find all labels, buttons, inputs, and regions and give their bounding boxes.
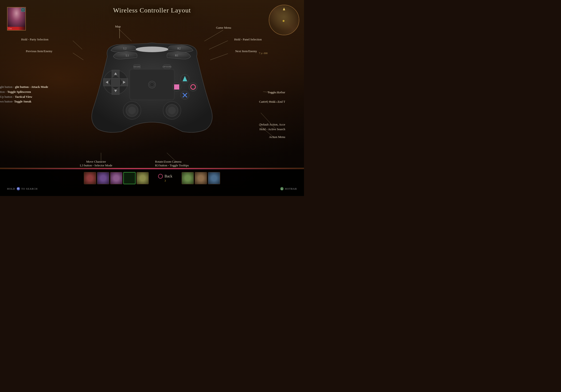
character-portrait: Gus R: [7, 7, 26, 31]
svg-point-26: [189, 83, 197, 91]
right-btn-label: ght button - ght button - Attack Mode: [0, 85, 48, 89]
default-action-label: Default Action, Acce Hold - Active Searc…: [259, 122, 285, 131]
hotbar-slot-8[interactable]: [208, 172, 220, 184]
hotbar-slot-2[interactable]: [97, 172, 109, 184]
map-line: [119, 29, 120, 38]
svg-rect-25: [174, 84, 179, 89]
hold-search-area: HOLD ✕ TO SEARCH: [7, 187, 38, 190]
hold-panel-label: Hold - Panel Selection: [234, 38, 262, 41]
game-menu-label: Game Menu: [216, 26, 231, 30]
hotbar-slot-1[interactable]: [84, 172, 96, 184]
down-btn-label: wn button- Toggle Sneak: [0, 99, 48, 104]
hold-party-label: Hold - Party Selection: [21, 38, 48, 41]
svg-point-18: [128, 107, 136, 114]
svg-text:L1: L1: [126, 54, 129, 57]
back-label: Back: [165, 174, 173, 178]
dpad-labels: ght button - ght button - Attack Mode tt…: [0, 85, 48, 104]
hotbar-slot-4[interactable]: [123, 172, 136, 184]
portrait-badge: R: [21, 8, 25, 12]
svg-point-21: [168, 107, 176, 114]
minimap: [269, 5, 299, 35]
svg-text:L2: L2: [123, 47, 126, 50]
hold-text: HOLD: [7, 187, 15, 190]
hotbar-text: HOTBAR: [285, 187, 297, 190]
map-label: Map: [115, 25, 121, 28]
hotbar-slot-3[interactable]: [110, 172, 122, 184]
back-button-area: Back 3: [153, 174, 177, 183]
hotbar-bar: [0, 168, 304, 169]
button-label: tton - Toggle Splitscreen: [0, 89, 48, 95]
hotbar-bottom: HOLD ✕ TO SEARCH △ HOTBAR: [0, 186, 304, 191]
hotbar-count: 3: [164, 179, 166, 183]
next-item-label: Next Item/Enemy: [235, 49, 257, 53]
triangle-icon: △: [280, 187, 283, 190]
svg-rect-11: [111, 78, 120, 87]
toggle-hotbar-label: Toggle Hotbar: [268, 90, 285, 94]
hotbar-slot-6[interactable]: [182, 172, 194, 184]
svg-text:SHARE: SHARE: [133, 65, 140, 68]
hotbar-slot-5[interactable]: [137, 172, 149, 184]
prev-item-label: Previous Item/Enemy: [26, 49, 52, 53]
controller-svg: L1 L2 R1 R2 SHARE OPTIONS: [70, 28, 234, 146]
hotbar-area: △ HOTBAR: [280, 187, 297, 190]
to-search-text: TO SEARCH: [21, 187, 38, 190]
page-title: Wireless Controller Layout: [113, 7, 191, 14]
back-button[interactable]: Back: [158, 174, 173, 179]
health-bar: Gus: [8, 27, 25, 30]
hotbar-slot-7[interactable]: [195, 172, 207, 184]
svg-text:R1: R1: [175, 54, 178, 57]
svg-text:OPTIONS: OPTIONS: [162, 65, 172, 68]
move-char-label: Move Character L3 button - Selector Mode: [80, 160, 112, 167]
hotbar: Back 3 HOLD ✕ TO SEARCH △ HOTBAR: [0, 168, 304, 196]
cancel-hold-label: Cancel, Hold - End T: [259, 100, 285, 104]
minimap-direction: [283, 8, 285, 10]
svg-text:R2: R2: [177, 47, 181, 50]
character-name: Gus: [9, 27, 12, 30]
hotbar-items: Back 3: [0, 170, 304, 186]
rotate-cam-label: Rotate/Zoom Camera R3 button - Toggle To…: [155, 160, 189, 167]
circle-icon: [158, 174, 163, 179]
action-menu-label: Action Menu: [269, 135, 285, 139]
x-button-icon: ✕: [17, 187, 20, 190]
svg-point-1: [136, 46, 168, 52]
coordinates: 7 y:-300: [259, 52, 268, 54]
up-btn-label: Up button - Tactical View: [0, 95, 48, 99]
minimap-player: [283, 20, 284, 22]
